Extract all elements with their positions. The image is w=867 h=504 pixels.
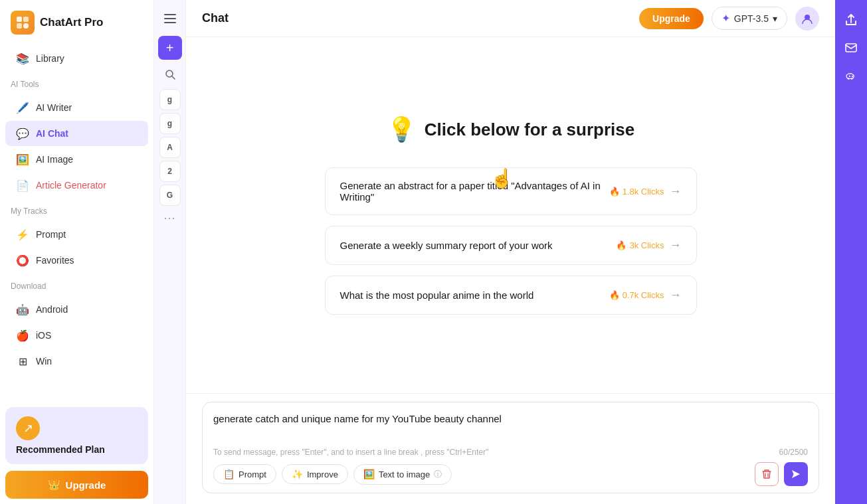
prompt-label: Prompt <box>36 229 66 240</box>
bulb-icon: 💡 <box>387 116 417 143</box>
favorites-icon: ⭕ <box>16 254 29 267</box>
ai-tools-section-label: AI Tools <box>0 74 153 92</box>
arrow-icon-0: → <box>670 185 682 199</box>
send-button[interactable] <box>784 462 808 486</box>
fire-icon-2: 🔥 <box>609 290 620 300</box>
library-icon: 📚 <box>16 52 29 65</box>
download-section: 🤖 Android 🍎 iOS ⊞ Win <box>0 294 153 377</box>
recommended-plan-label: Recommended Plan <box>16 444 105 455</box>
panel-item-g2[interactable]: g <box>159 113 181 134</box>
favorites-label: Favorites <box>36 255 74 266</box>
arrow-icon-2: → <box>670 288 682 302</box>
improve-chip-icon: ✨ <box>292 469 303 479</box>
ai-image-label: AI Image <box>36 154 73 165</box>
ai-writer-label: AI Writer <box>36 102 72 113</box>
search-button[interactable] <box>158 62 182 86</box>
suggestion-text-1: Generate a weekly summary report of your… <box>340 240 617 251</box>
sidebar-item-ai-image[interactable]: 🖼️ AI Image <box>5 147 148 172</box>
discord-button[interactable] <box>838 62 864 89</box>
suggestion-card-2[interactable]: What is the most popular anime in the wo… <box>325 276 697 315</box>
text-to-image-label: Text to image <box>379 469 430 479</box>
fire-icon-1: 🔥 <box>616 240 626 250</box>
sidebar-item-win[interactable]: ⊞ Win <box>5 349 148 374</box>
panel-item-G[interactable]: G <box>159 185 181 206</box>
char-count: 60/2500 <box>779 448 808 457</box>
share-button[interactable] <box>838 7 864 33</box>
sidebar-item-favorites[interactable]: ⭕ Favorites <box>5 248 148 273</box>
new-chat-button[interactable]: + <box>158 36 182 60</box>
svg-rect-0 <box>17 17 22 22</box>
fire-icon-0: 🔥 <box>609 187 620 197</box>
improve-chip[interactable]: ✨ Improve <box>282 464 348 484</box>
suggestion-card-0[interactable]: Generate an abstract for a paper titled … <box>325 167 697 215</box>
fire-badge-0: 🔥 1.8k Clicks <box>609 187 664 197</box>
input-area: To send message, press "Enter", and to i… <box>186 393 835 504</box>
win-label: Win <box>36 356 52 367</box>
input-box: To send message, press "Enter", and to i… <box>202 402 819 493</box>
app-logo: ChatArt Pro <box>0 0 153 42</box>
ai-writer-icon: 🖊️ <box>16 101 29 114</box>
svg-point-3 <box>23 23 29 29</box>
icon-panel: + g g A 2 G ··· <box>154 0 186 504</box>
suggestion-text-2: What is the most popular anime in the wo… <box>340 290 609 301</box>
library-label: Library <box>36 53 64 64</box>
sidebar-item-ios[interactable]: 🍎 iOS <box>5 323 148 348</box>
plus-icon: + <box>166 41 174 56</box>
info-icon: ⓘ <box>434 469 442 480</box>
improve-chip-label: Improve <box>307 469 338 479</box>
avatar[interactable] <box>795 7 819 31</box>
svg-point-11 <box>849 76 850 77</box>
app-name: ChatArt Pro <box>40 16 103 29</box>
article-generator-icon: 📄 <box>16 179 29 192</box>
input-footer: To send message, press "Enter", and to i… <box>213 448 808 457</box>
clear-button[interactable] <box>755 462 779 486</box>
gpt-model-selector[interactable]: ✦ GPT-3.5 ▾ <box>712 7 787 30</box>
click-count-1: 3k Clicks <box>629 240 664 250</box>
sidebar-item-article-generator[interactable]: 📄 Article Generator <box>5 173 148 198</box>
upgrade-button[interactable]: 👑 Upgrade <box>5 471 148 499</box>
main-content: Chat Upgrade ✦ GPT-3.5 ▾ 💡 Click below f… <box>186 0 835 504</box>
email-button[interactable] <box>838 35 864 61</box>
panel-more-button[interactable]: ··· <box>163 211 175 225</box>
suggestion-text-0: Generate an abstract for a paper titled … <box>340 180 609 203</box>
sidebar-item-ai-writer[interactable]: 🖊️ AI Writer <box>5 95 148 120</box>
logo-icon <box>11 11 35 35</box>
prompt-icon: ⚡ <box>16 228 29 241</box>
sidebar-bottom: ↗ Recommended Plan 👑 Upgrade <box>0 399 153 504</box>
chat-area: 💡 Click below for a surprise Generate an… <box>186 37 835 393</box>
surprise-header: 💡 Click below for a surprise <box>387 116 634 143</box>
input-actions: 📋 Prompt ✨ Improve 🖼️ Text to image ⓘ <box>213 462 808 486</box>
my-tracks-section: ⚡ Prompt ⭕ Favorites <box>0 218 153 276</box>
message-input[interactable] <box>213 412 808 440</box>
sidebar-item-library[interactable]: 📚 Library <box>5 46 148 71</box>
svg-rect-6 <box>164 22 176 23</box>
sidebar-item-prompt[interactable]: ⚡ Prompt <box>5 222 148 247</box>
input-hint: To send message, press "Enter", and to i… <box>213 448 488 457</box>
suggestion-card-1[interactable]: Generate a weekly summary report of your… <box>325 226 697 265</box>
panel-item-a[interactable]: A <box>159 137 181 158</box>
page-title: Chat <box>202 11 229 25</box>
main-header: Chat Upgrade ✦ GPT-3.5 ▾ <box>186 0 835 37</box>
svg-rect-1 <box>23 17 29 22</box>
text-to-image-chip[interactable]: 🖼️ Text to image ⓘ <box>353 464 452 485</box>
menu-toggle-button[interactable] <box>158 7 182 31</box>
sidebar-item-ai-chat[interactable]: 💬 AI Chat <box>5 121 148 146</box>
fire-badge-1: 🔥 3k Clicks <box>616 240 664 250</box>
surprise-text: Click below for a surprise <box>425 120 634 140</box>
ios-label: iOS <box>36 330 51 341</box>
panel-item-2[interactable]: 2 <box>159 161 181 182</box>
svg-rect-5 <box>164 18 176 19</box>
gpt-model-label: GPT-3.5 <box>734 13 769 24</box>
svg-rect-4 <box>164 14 176 15</box>
win-icon: ⊞ <box>16 355 29 368</box>
click-count-2: 0.7k Clicks <box>623 290 664 300</box>
gpt-icon: ✦ <box>722 12 730 25</box>
ai-tools-section: 🖊️ AI Writer 💬 AI Chat 🖼️ AI Image 📄 Art… <box>0 92 153 201</box>
prompt-chip[interactable]: 📋 Prompt <box>213 464 276 484</box>
recommended-plan-card[interactable]: ↗ Recommended Plan <box>5 407 148 464</box>
sidebar-item-android[interactable]: 🤖 Android <box>5 297 148 322</box>
sidebar: ChatArt Pro 📚 Library AI Tools 🖊️ AI Wri… <box>0 0 154 504</box>
header-upgrade-button[interactable]: Upgrade <box>639 8 704 29</box>
panel-item-g1[interactable]: g <box>159 89 181 110</box>
sidebar-library-section: 📚 Library <box>0 42 153 74</box>
